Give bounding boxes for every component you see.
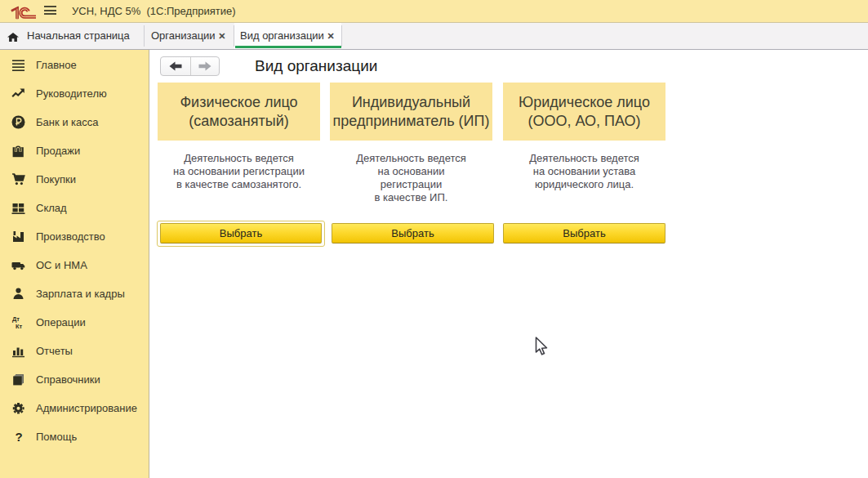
svg-text:?: ? bbox=[16, 430, 23, 444]
svg-text:Кт: Кт bbox=[16, 323, 23, 330]
